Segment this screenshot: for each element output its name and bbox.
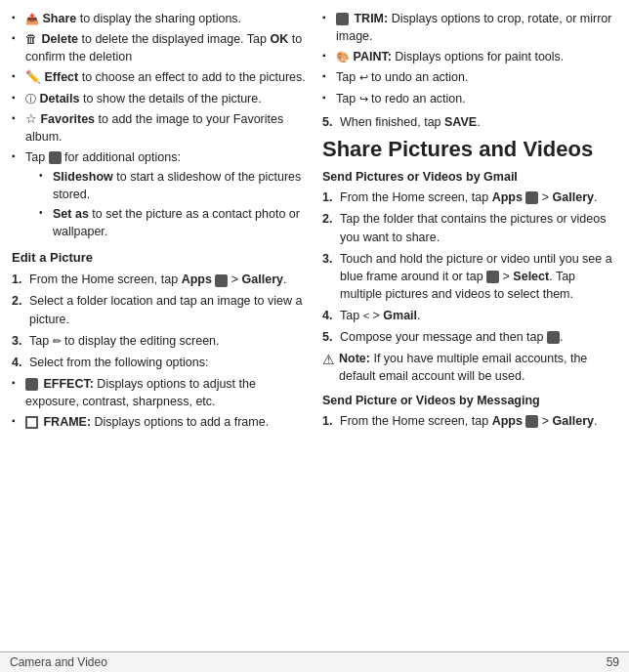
list-item: 1. From the Home screen, tap Apps > Gall…: [322, 189, 617, 206]
finished-step: 5. When finished, tap SAVE.: [322, 113, 617, 131]
undo-icon: ↩: [359, 71, 368, 83]
list-item: 2. Tap the folder that contains the pict…: [322, 210, 617, 245]
details-icon: ⓘ: [25, 93, 36, 105]
messaging-section-heading: Send Picture or Videos by Messaging: [322, 392, 617, 409]
list-item: 3. Touch and hold the picture or video u…: [322, 250, 617, 303]
list-item: 4. Tap < > Gmail.: [322, 307, 617, 324]
frame-option-icon: [25, 416, 38, 429]
apps-icon: [215, 274, 228, 287]
list-item: 🎨 PAINT: Displays options for paint tool…: [322, 48, 617, 65]
footer-right: 59: [607, 655, 619, 669]
list-item: 5. When finished, tap SAVE.: [322, 113, 617, 131]
apps-icon2: [525, 191, 538, 204]
edit-steps-list: 1. From the Home screen, tap Apps > Gall…: [12, 271, 307, 371]
gmail-steps-list: 1. From the Home screen, tap Apps > Gall…: [322, 189, 617, 346]
dots-icon: [49, 151, 62, 164]
list-item: Set as to set the picture as a contact p…: [39, 205, 307, 240]
list-item: Tap ↪ to redo an action.: [322, 90, 617, 107]
favorites-icon: ☆: [25, 112, 37, 126]
list-item: Tap for additional options: Slideshow to…: [12, 148, 307, 241]
list-item: 5. Compose your message and then tap .: [322, 328, 617, 346]
right-column: TRIM: Displays options to crop, rotate, …: [314, 10, 621, 648]
edit-options-list: EFFECT: Displays options to adjust the e…: [12, 375, 307, 431]
content-area: 📤 Share to display the sharing options. …: [0, 0, 629, 651]
list-item: 📤 Share to display the sharing options.: [12, 10, 307, 27]
left-column: 📤 Share to display the sharing options. …: [8, 10, 314, 648]
list-item: EFFECT: Displays options to adjust the e…: [12, 375, 307, 410]
list-item: FRAME: Displays options to add a frame.: [12, 413, 307, 431]
list-item: Tap ↩ to undo an action.: [322, 68, 617, 86]
sub-options-list: Slideshow to start a slideshow of the pi…: [39, 168, 307, 241]
list-item: 2. Select a folder location and tap an i…: [12, 292, 307, 327]
apps-icon3: [525, 415, 538, 428]
pencil-icon: ✏: [53, 335, 62, 347]
send-icon: [547, 331, 560, 344]
effect-icon: ✏️: [25, 70, 41, 84]
share-icon2: <: [363, 310, 369, 321]
delete-icon: 🗑: [25, 32, 38, 46]
dots-icon2: [486, 271, 499, 283]
redo-icon: ↪: [359, 93, 368, 105]
messaging-steps-list: 1. From the Home screen, tap Apps > Gall…: [322, 412, 617, 430]
list-item: 1. From the Home screen, tap Apps > Gall…: [12, 271, 307, 288]
right-options-list: TRIM: Displays options to crop, rotate, …: [322, 10, 617, 107]
footer: Camera and Video 59: [0, 651, 629, 672]
share-icon: 📤: [25, 13, 39, 24]
page: 📤 Share to display the sharing options. …: [0, 0, 629, 672]
list-item: 4. Select from the following options:: [12, 354, 307, 371]
list-item: 3. Tap ✏ to display the editing screen.: [12, 332, 307, 350]
list-item: ☆ Favorites to add the image to your Fav…: [12, 110, 307, 146]
trim-icon: [336, 13, 349, 25]
list-item: 1. From the Home screen, tap Apps > Gall…: [322, 412, 617, 430]
footer-left: Camera and Video: [10, 655, 107, 669]
list-item: 🗑 Delete to delete the displayed image. …: [12, 30, 307, 65]
list-item: Slideshow to start a slideshow of the pi…: [39, 168, 307, 203]
list-item: ⓘ Details to show the details of the pic…: [12, 90, 307, 107]
edit-picture-heading: Edit a Picture: [12, 249, 307, 268]
note-icon: ⚠: [322, 350, 335, 369]
list-item: TRIM: Displays options to crop, rotate, …: [322, 10, 617, 45]
paint-icon: 🎨: [336, 51, 350, 63]
effect-option-icon: [25, 378, 38, 391]
options-list: 📤 Share to display the sharing options. …: [12, 10, 307, 241]
note-block: ⚠ Note: If you have multiple email accou…: [322, 350, 617, 385]
share-pictures-heading: Share Pictures and Videos: [322, 137, 617, 162]
list-item: ✏️ Effect to choose an effect to add to …: [12, 68, 307, 86]
gmail-section-heading: Send Pictures or Videos by Gmail: [322, 168, 617, 186]
